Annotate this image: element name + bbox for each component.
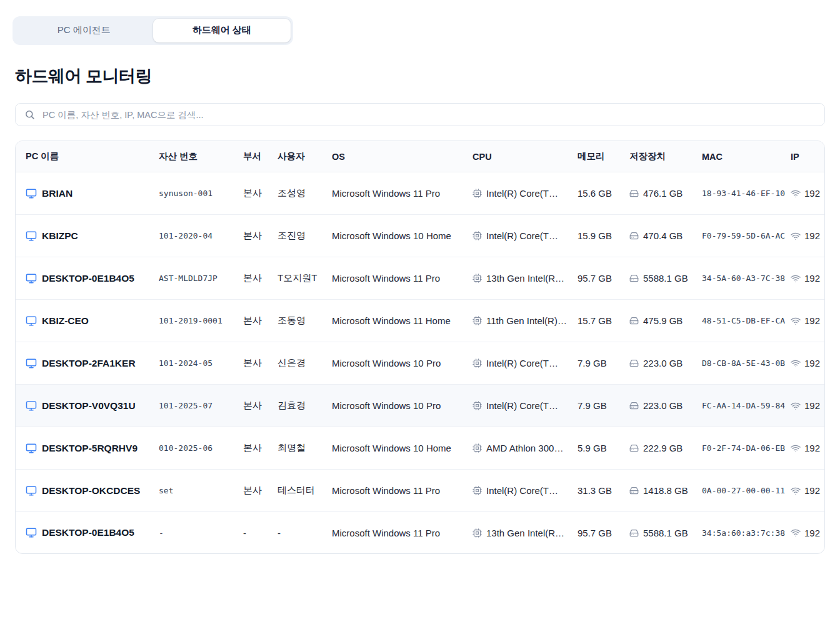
pc-name-cell: DESKTOP-0E1B4O5: [16, 257, 159, 300]
asset-no-cell: synuson-001: [159, 172, 243, 215]
monitor-icon: [26, 358, 37, 369]
cpu-chip-icon: [472, 358, 482, 368]
mac-cell: FC-AA-14-DA-59-84: [702, 385, 791, 427]
os-cell: Microsoft Windows 10 Home: [332, 427, 472, 470]
cpu-chip-icon: [472, 528, 482, 538]
os-cell: Microsoft Windows 10 Pro: [332, 342, 472, 385]
asset-no-cell: 101-2025-07: [159, 385, 243, 427]
table-header-row: PC 이름 자산 번호 부서 사용자 OS CPU 메모리 저장장치 MAC I…: [16, 141, 824, 172]
col-header-pc-name: PC 이름: [16, 141, 159, 172]
user-cell: 조성영: [278, 172, 332, 215]
wifi-icon: [791, 486, 801, 496]
ip-cell: 192.16: [791, 427, 824, 470]
pc-name-cell: DESKTOP-5RQRHV9: [16, 427, 159, 470]
cpu-chip-icon: [472, 443, 482, 453]
pc-name-cell: DESKTOP-OKCDCES: [16, 470, 159, 512]
asset-no-cell: AST-MLDLD7JP: [159, 257, 243, 300]
dept-cell: 본사: [243, 470, 278, 512]
memory-cell: 7.9 GB: [578, 342, 629, 385]
pc-table-card: PC 이름 자산 번호 부서 사용자 OS CPU 메모리 저장장치 MAC I…: [15, 141, 825, 554]
storage-cell: 5588.1 GB: [629, 512, 702, 554]
col-header-dept: 부서: [243, 141, 278, 172]
table-row[interactable]: DESKTOP-5RQRHV9010-2025-06본사최명철Microsoft…: [16, 427, 824, 470]
pc-name-cell: DESKTOP-0E1B4O5: [16, 512, 159, 554]
table-row[interactable]: DESKTOP-0E1B4O5AST-MLDLD7JP본사T오지원TMicros…: [16, 257, 824, 300]
asset-no-cell: set: [159, 470, 243, 512]
col-header-cpu: CPU: [472, 141, 578, 172]
storage-cell: 223.0 GB: [629, 385, 702, 427]
ip-cell: 192.16: [791, 385, 824, 427]
user-cell: -: [278, 512, 332, 554]
table-row[interactable]: DESKTOP-V0VQ31U101-2025-07본사김효경Microsoft…: [16, 385, 824, 427]
wifi-icon: [791, 231, 801, 241]
memory-cell: 95.7 GB: [578, 512, 629, 554]
table-row[interactable]: KBIZPC101-2020-04본사조진영Microsoft Windows …: [16, 215, 824, 257]
ip-cell: 192.16: [791, 342, 824, 385]
pc-table: PC 이름 자산 번호 부서 사용자 OS CPU 메모리 저장장치 MAC I…: [16, 141, 824, 553]
table-row[interactable]: DESKTOP-2FA1KER101-2024-05본사신은경Microsoft…: [16, 342, 824, 385]
user-cell: 최명철: [278, 427, 332, 470]
storage-cell: 475.9 GB: [629, 300, 702, 342]
hard-drive-icon: [629, 231, 639, 240]
storage-cell: 223.0 GB: [629, 342, 702, 385]
mac-cell: 0A-00-27-00-00-11: [702, 470, 791, 512]
table-row[interactable]: DESKTOP-OKCDCESset본사테스터터Microsoft Window…: [16, 470, 824, 512]
user-cell: 신은경: [278, 342, 332, 385]
os-cell: Microsoft Windows 11 Home: [332, 300, 472, 342]
mac-cell: D8-CB-8A-5E-43-0B: [702, 342, 791, 385]
storage-cell: 470.4 GB: [629, 215, 702, 257]
os-cell: Microsoft Windows 11 Pro: [332, 470, 472, 512]
pc-name-cell: KBIZPC: [16, 215, 159, 257]
pc-name-cell: BRIAN: [16, 172, 159, 215]
memory-cell: 5.9 GB: [578, 427, 629, 470]
storage-cell: 476.1 GB: [629, 172, 702, 215]
col-header-memory: 메모리: [578, 141, 629, 172]
asset-no-cell: 101-2024-05: [159, 342, 243, 385]
col-header-ip: IP: [791, 141, 824, 172]
mac-cell: F0-2F-74-DA-06-EB: [702, 427, 791, 470]
hard-drive-icon: [629, 401, 639, 410]
wifi-icon: [791, 528, 801, 538]
cpu-chip-icon: [472, 189, 482, 198]
search-input[interactable]: [41, 109, 816, 121]
memory-cell: 15.9 GB: [578, 215, 629, 257]
mac-cell: F0-79-59-5D-6A-AC: [702, 215, 791, 257]
table-row[interactable]: DESKTOP-0E1B4O5---Microsoft Windows 11 P…: [16, 512, 824, 554]
cpu-chip-icon: [472, 274, 482, 283]
col-header-os: OS: [332, 141, 472, 172]
ip-cell: 192.16: [791, 512, 824, 554]
col-header-storage: 저장장치: [629, 141, 702, 172]
table-row[interactable]: KBIZ-CEO101-2019-0001본사조동영Microsoft Wind…: [16, 300, 824, 342]
memory-cell: 15.7 GB: [578, 300, 629, 342]
col-header-asset-no: 자산 번호: [159, 141, 243, 172]
mac-cell: 34-5A-60-A3-7C-38: [702, 257, 791, 300]
hard-drive-icon: [629, 486, 639, 495]
cpu-chip-icon: [472, 401, 482, 410]
col-header-mac: MAC: [702, 141, 791, 172]
monitor-icon: [26, 527, 37, 538]
hard-drive-icon: [629, 443, 639, 453]
cpu-cell: 11th Gen Intel(R)…: [472, 300, 578, 342]
wifi-icon: [791, 274, 801, 284]
hard-drive-icon: [629, 358, 639, 368]
memory-cell: 15.6 GB: [578, 172, 629, 215]
monitor-icon: [26, 485, 37, 496]
search-bar[interactable]: [15, 103, 825, 126]
hard-drive-icon: [629, 316, 639, 325]
page-title: 하드웨어 모니터링: [15, 65, 825, 87]
pc-name-cell: KBIZ-CEO: [16, 300, 159, 342]
monitor-icon: [26, 230, 37, 242]
table-row[interactable]: BRIANsynuson-001본사조성영Microsoft Windows 1…: [16, 172, 824, 215]
view-tab-bar: PC 에이전트 하드웨어 상태: [12, 16, 293, 45]
mac-cell: 18-93-41-46-EF-10: [702, 172, 791, 215]
tab-pc-agent[interactable]: PC 에이전트: [15, 19, 153, 42]
mac-cell: 48-51-C5-DB-EF-CA: [702, 300, 791, 342]
asset-no-cell: 101-2020-04: [159, 215, 243, 257]
wifi-icon: [791, 189, 801, 199]
cpu-cell: Intel(R) Core(T…: [472, 215, 578, 257]
cpu-cell: Intel(R) Core(T…: [472, 342, 578, 385]
monitor-icon: [26, 400, 37, 412]
tab-hardware-status[interactable]: 하드웨어 상태: [153, 19, 291, 42]
ip-cell: 192.16: [791, 172, 824, 215]
memory-cell: 95.7 GB: [578, 257, 629, 300]
